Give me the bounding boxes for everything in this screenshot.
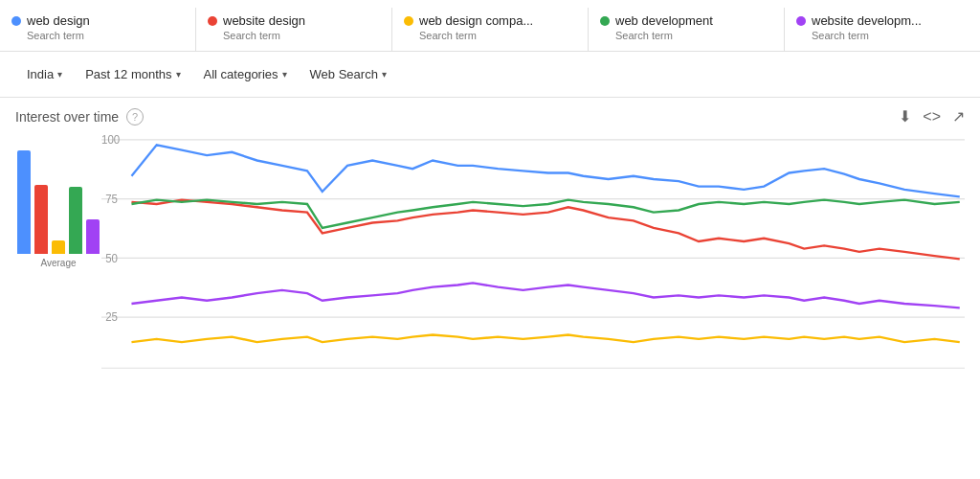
filter-time[interactable]: Past 12 months ▾ xyxy=(74,61,191,87)
chart-section: Interest over time ? ⬇ <> ↗ Average xyxy=(0,98,980,378)
filter-region[interactable]: India ▾ xyxy=(15,61,74,87)
share-icon[interactable]: ↗ xyxy=(952,107,965,125)
legend-name-0: web design xyxy=(27,13,90,28)
legend-type-2: Search term xyxy=(404,30,576,41)
line-chart-svg: 100 75 50 25 Aug 12, 2018 Dec 16, 2018 A… xyxy=(101,129,965,378)
chart-title: Interest over time xyxy=(15,109,119,125)
legend-name-1: website design xyxy=(223,13,305,28)
legend-dot-1 xyxy=(208,16,217,26)
legend-dot-2 xyxy=(404,16,413,26)
legend-type-1: Search term xyxy=(208,30,380,41)
bar-chart-label: Average xyxy=(40,258,76,268)
svg-text:100: 100 xyxy=(101,133,121,146)
legend-name-2: web design compa... xyxy=(419,13,533,28)
chevron-down-icon: ▾ xyxy=(176,69,181,80)
filter-region-label: India xyxy=(27,67,54,81)
legend-item-4: website developm... Search term xyxy=(785,8,980,51)
chevron-down-icon: ▾ xyxy=(57,69,62,80)
filter-search-type[interactable]: Web Search ▾ xyxy=(299,61,398,87)
chart-actions: ⬇ <> ↗ xyxy=(899,107,965,125)
bar-0 xyxy=(17,150,31,254)
help-icon[interactable]: ? xyxy=(126,108,144,125)
line-website-development xyxy=(131,283,959,308)
svg-text:Aug 12, 2018: Aug 12, 2018 xyxy=(126,376,192,378)
svg-text:Apr 21, 2019: Apr 21, 2019 xyxy=(674,376,737,378)
download-icon[interactable]: ⬇ xyxy=(899,107,911,125)
chevron-down-icon: ▾ xyxy=(282,69,287,80)
line-web-development xyxy=(131,200,959,228)
svg-text:50: 50 xyxy=(105,251,118,263)
filter-category-label: All categories xyxy=(204,67,278,81)
line-web-design xyxy=(131,145,959,196)
legend-item-0: web design Search term xyxy=(0,8,196,51)
legend-item-2: web design compa... Search term xyxy=(392,8,589,51)
svg-text:Dec 16, 2018: Dec 16, 2018 xyxy=(383,376,449,378)
legend-type-4: Search term xyxy=(796,30,969,41)
legend-type-3: Search term xyxy=(600,30,772,41)
line-chart-container: 100 75 50 25 Aug 12, 2018 Dec 16, 2018 A… xyxy=(101,129,965,378)
legend-dot-4 xyxy=(796,16,806,26)
legend-dot-0 xyxy=(11,16,21,26)
legend-name-4: website developm... xyxy=(812,13,922,28)
filter-search-type-label: Web Search xyxy=(310,67,378,81)
svg-text:75: 75 xyxy=(105,193,118,205)
filter-time-label: Past 12 months xyxy=(85,67,171,81)
legend-bar: web design Search term website design Se… xyxy=(0,0,980,52)
svg-text:25: 25 xyxy=(105,310,118,323)
bars-container xyxy=(17,139,100,254)
line-web-design-company xyxy=(131,335,959,343)
filter-category[interactable]: All categories ▾ xyxy=(192,61,299,87)
legend-dot-3 xyxy=(600,16,610,26)
legend-item-3: web development Search term xyxy=(589,8,785,51)
bar-2 xyxy=(52,240,65,254)
embed-icon[interactable]: <> xyxy=(923,108,941,125)
legend-name-3: web development xyxy=(615,13,713,28)
chevron-down-icon: ▾ xyxy=(382,69,387,80)
chart-header: Interest over time ? ⬇ <> ↗ xyxy=(15,107,965,125)
line-website-design xyxy=(131,200,959,260)
filter-bar: India ▾ Past 12 months ▾ All categories … xyxy=(0,52,980,98)
bar-1 xyxy=(34,185,48,254)
chart-area: Average 100 75 50 25 xyxy=(15,129,965,378)
legend-item-1: website design Search term xyxy=(196,8,392,51)
bar-4 xyxy=(86,219,100,254)
bar-3 xyxy=(69,187,82,254)
chart-title-row: Interest over time ? xyxy=(15,108,144,125)
legend-type-0: Search term xyxy=(11,30,184,41)
bar-chart-side: Average xyxy=(15,129,101,378)
